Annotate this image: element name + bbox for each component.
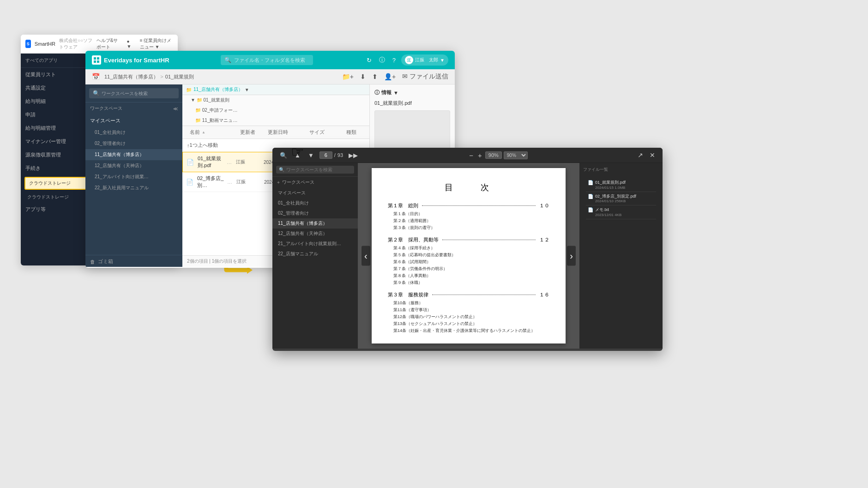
pdf-zoom-out-button[interactable]: − bbox=[468, 151, 475, 159]
help-link[interactable]: ヘルプ&サポート bbox=[96, 37, 120, 50]
leftnav-search-inner[interactable]: 🔍 bbox=[89, 88, 179, 98]
user-badge[interactable]: 江 江振 太郎 ▼ bbox=[401, 54, 448, 66]
col-type: 種類 bbox=[343, 126, 366, 139]
pdf-right-file-1[interactable]: 📄 01_就業規則.pdf 2024/01/15 1.0MB bbox=[586, 178, 656, 192]
sidebar-item-common-settings[interactable]: 共通設定 → bbox=[21, 81, 95, 95]
sidebar-item-procedures[interactable]: 手続き → bbox=[21, 162, 95, 175]
leftnav-search-input[interactable] bbox=[102, 91, 162, 96]
toolbar-right: 📁+ ⬇ ⬆ 👤+ ✉ ファイル送信 bbox=[340, 72, 450, 82]
svg-rect-3 bbox=[94, 60, 96, 63]
trash-icon: 🗑 bbox=[90, 259, 95, 265]
col-size: サイズ bbox=[306, 126, 343, 139]
leftnav-folder-managers[interactable]: 02_管理者向け bbox=[85, 138, 182, 149]
sidebar-item-application[interactable]: 申請 → bbox=[21, 108, 95, 121]
leftnav-folder-hakata[interactable]: 11_店舗共有（博多店） bbox=[85, 149, 182, 160]
toc-chapter-1: 第１章 総則 １０ 第１条（目的） 第２条（適用範囲） 第３条（規則の遵守） bbox=[388, 202, 549, 231]
pdf-prev-page-button[interactable]: ▲ bbox=[293, 151, 302, 160]
refresh-button[interactable]: ↻ bbox=[365, 56, 374, 65]
nav-link[interactable]: ≡ 従業員向けメニュー ▼ bbox=[140, 37, 173, 50]
pdf-page-content: 目 次 第１章 総則 １０ 第１条（目的） 第２条（適用範囲） 第３条（規則の遵… bbox=[372, 168, 566, 343]
pdf-toc-title: 目 次 bbox=[388, 182, 549, 193]
leftnav-folder-all-staff[interactable]: 01_全社員向け bbox=[85, 127, 182, 138]
download-button[interactable]: ⬇ bbox=[358, 72, 368, 81]
sidebar-item-payslip[interactable]: 給与明細 → bbox=[21, 95, 95, 108]
pdf-next-page-button[interactable]: ▼ bbox=[306, 151, 316, 160]
sidebar-item-mynumber[interactable]: マイナンバー管理 → bbox=[21, 135, 95, 148]
pdf-main-viewer: ‹ 目 次 第１章 総則 １０ 第１条（目的） 第２条（適用範囲） 第３条（規則… bbox=[358, 163, 579, 349]
everidays-search-bar[interactable]: 🔍 bbox=[221, 55, 313, 65]
everidays-header-actions: ↻ ⓘ ? 江 江振 太郎 ▼ bbox=[365, 54, 448, 66]
pdf-leftnav: 🔍 ＋ ワークスペース マイスペース 01_全社員向け 02_管理者向け 11_… bbox=[272, 163, 358, 349]
leftnav-folder-newstaff[interactable]: 22_新入社員用マニュアル bbox=[85, 182, 182, 193]
pdf-leftnav-managers[interactable]: 02_管理者向け bbox=[272, 208, 358, 218]
subfolder-video[interactable]: 📁 11_動画マニュ… bbox=[182, 115, 369, 126]
pdf-close-button[interactable]: ✕ bbox=[648, 151, 657, 160]
trash-button[interactable]: 🗑 ゴミ箱 bbox=[85, 255, 182, 267]
info-button[interactable]: ⓘ bbox=[377, 55, 387, 65]
file-more-menu-2[interactable]: … bbox=[227, 179, 236, 185]
send-file-button[interactable]: ✉ ファイル送信 bbox=[400, 72, 450, 82]
pdf-search-button[interactable]: 🔍 bbox=[278, 151, 289, 160]
pdf-right-file-3[interactable]: 📄 メモ.txt 2023/12/01 4KB bbox=[586, 205, 656, 219]
pdf-leftnav-search-input[interactable] bbox=[286, 167, 346, 172]
toc-chapter-2: 第２章 採用、異動等 １２ 第４条（採用手続き） 第５条（応募時の提出必要書類）… bbox=[388, 236, 549, 286]
file-more-menu[interactable]: … bbox=[227, 159, 236, 165]
smarthr-company: 株式会社○○ソフトウェア bbox=[59, 37, 93, 50]
pdf-page-prev-button[interactable]: ‹ bbox=[362, 246, 370, 266]
pdf-right-file-list: 📄 01_就業規則.pdf 2024/01/15 1.0MB 📄 02_博多店_… bbox=[583, 175, 659, 222]
sidebar-all-apps[interactable]: すべてのアプリ ▲ bbox=[21, 54, 95, 68]
info-header: ⓘ 情報 ▼ bbox=[374, 89, 450, 96]
pdf-leftnav-all-staff[interactable]: 01_全社員向け bbox=[272, 198, 358, 208]
sidebar-item-salary-management[interactable]: 給与明細管理 → bbox=[21, 121, 95, 135]
leftnav-folder-tenjin[interactable]: 12_店舗共有（天神店） bbox=[85, 160, 182, 171]
smarthr-sidebar: すべてのアプリ ▲ 従業員リスト → 共通設定 → 給与明細 → 申請 → 給与… bbox=[21, 54, 95, 265]
smarthr-logo-icon: S bbox=[25, 40, 31, 48]
add-user-button[interactable]: 👤+ bbox=[382, 72, 398, 81]
pdf-page-next-button[interactable]: › bbox=[567, 246, 576, 266]
upload-button[interactable]: 📁+ bbox=[340, 72, 356, 81]
subfolder-rules[interactable]: ▼ 📁 01_就業規則 bbox=[182, 95, 369, 105]
leftnav-folder-parttime[interactable]: 21_アルバイト向け就業… bbox=[85, 171, 182, 182]
search-icon: 🔍 bbox=[224, 57, 231, 63]
calendar-view-button[interactable]: 📅 bbox=[90, 72, 102, 81]
user-avatar: 江 bbox=[405, 56, 413, 64]
pdf-viewer-window: 🔍 ▲ ▼ / 93 ▶▶ − + 90% 90% 100% 125% 150%… bbox=[272, 148, 663, 351]
sidebar-item-employee-list[interactable]: 従業員リスト → bbox=[21, 68, 95, 81]
smarthr-title: SmartHR bbox=[35, 41, 55, 47]
help-button[interactable]: ? bbox=[391, 56, 398, 65]
pdf-action-buttons: ↗ ✕ bbox=[636, 151, 657, 160]
sidebar-cloud-storage-highlight[interactable]: クラウドストレージ bbox=[24, 177, 91, 190]
leftnav-item-myspace[interactable]: マイスペース bbox=[85, 114, 182, 127]
pdf-page-input[interactable] bbox=[319, 151, 332, 159]
pdf-right-file-2[interactable]: 📄 02_博多店_別規定.pdf 2024/01/10 256KB bbox=[586, 192, 656, 206]
pdf-leftnav-tenjin[interactable]: 12_店舗共有（天神店） bbox=[272, 229, 358, 239]
pdf-leftnav-myspace[interactable]: マイスペース bbox=[272, 188, 358, 198]
subfolder-application[interactable]: 📁 02_申請フォー… bbox=[182, 105, 369, 115]
pdf-leftnav-search-icon: 🔍 bbox=[279, 167, 284, 172]
search-input[interactable] bbox=[234, 57, 308, 63]
pdf-zoom-controls: − + 90% 90% 100% 125% 150% bbox=[468, 151, 528, 159]
leftnav-bottom: 🗑 ゴミ箱 bbox=[85, 255, 182, 267]
everidays-logo-area: Everidays for SmartHR bbox=[92, 55, 169, 65]
toc-chapter-2-subitems: 第４条（採用手続き） 第５条（応募時の提出必要書類） 第６条（試用期間） 第７条… bbox=[388, 245, 549, 286]
svg-rect-4 bbox=[97, 60, 99, 63]
hr-link[interactable]: ● ▼ bbox=[127, 39, 133, 49]
pdf-zoom-in-button[interactable]: + bbox=[476, 151, 483, 159]
sidebar-item-withholding[interactable]: 源泉徴収票管理 → bbox=[21, 148, 95, 162]
pdf-rightpanel: ファイル一覧 📄 01_就業規則.pdf 2024/01/15 1.0MB bbox=[579, 163, 663, 349]
sidebar-item-apps[interactable]: アプリ等 → bbox=[21, 203, 95, 216]
pdf-file-icon-1: 📄 bbox=[588, 180, 593, 185]
pdf-fast-forward-button[interactable]: ▶▶ bbox=[347, 151, 360, 160]
pdf-body: 🔍 ＋ ワークスペース マイスペース 01_全社員向け 02_管理者向け 11_… bbox=[272, 163, 663, 349]
pdf-leftnav-parttime[interactable]: 21_アルバイト向け就業規則… bbox=[272, 239, 358, 249]
pdf-zoom-select[interactable]: 90% 100% 125% 150% bbox=[504, 151, 528, 159]
pdf-leftnav-hakata[interactable]: 11_店舗共有（博多店） bbox=[272, 218, 358, 229]
pdf-leftnav-manual[interactable]: 22_店舗マニュアル bbox=[272, 249, 358, 259]
leftnav-search-area: 🔍 bbox=[85, 84, 182, 102]
sidebar-cloud-storage-sub[interactable]: クラウドストレージ bbox=[21, 192, 95, 203]
pdf-page-info: / 93 bbox=[319, 151, 343, 159]
pdf-leftnav-search: 🔍 bbox=[272, 163, 358, 177]
upload-file-button[interactable]: ⬆ bbox=[370, 72, 380, 81]
folder-tree-root[interactable]: 11_店舗共有（博多店） bbox=[193, 86, 243, 93]
pdf-open-external-button[interactable]: ↗ bbox=[636, 151, 645, 160]
